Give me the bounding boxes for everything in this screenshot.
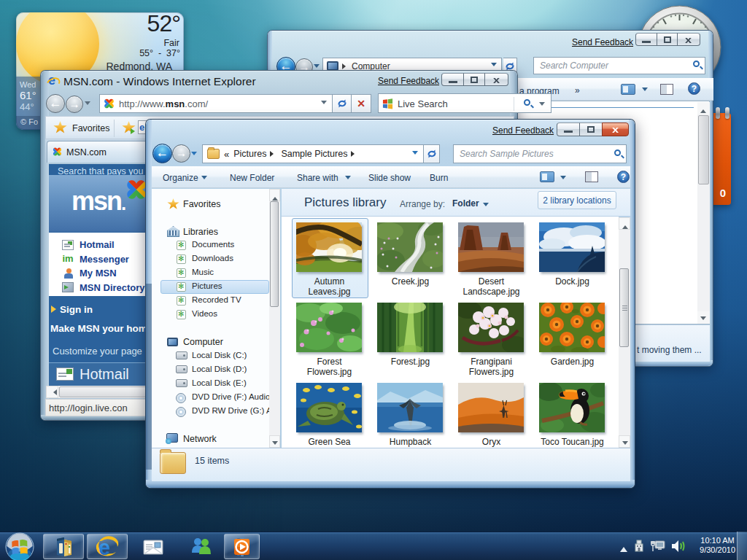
svg-text:e: e: [98, 536, 110, 559]
